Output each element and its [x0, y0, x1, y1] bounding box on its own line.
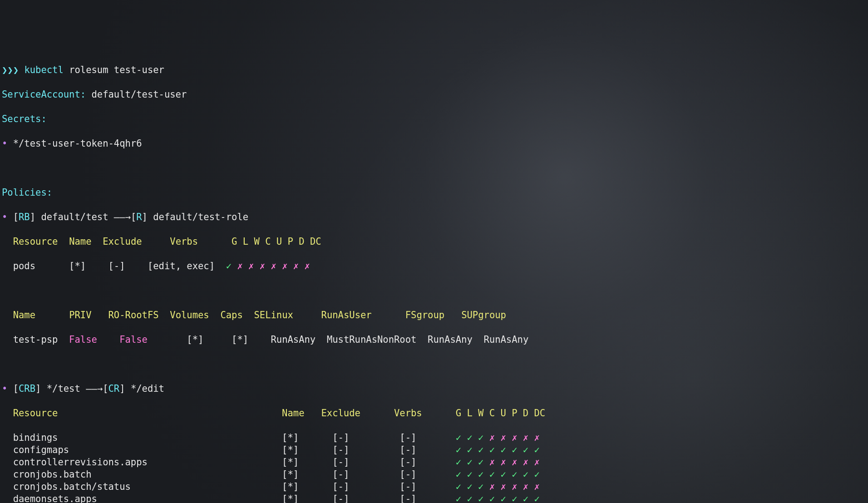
sa-value: default/test-user: [91, 89, 187, 100]
secret-name: */test-user-token-4qhr6: [13, 138, 142, 149]
verbs-table-header: Resource Name Exclude Verbs G L W C U P …: [2, 407, 866, 419]
binding-name: */test: [47, 383, 80, 394]
role-kind: R: [136, 212, 142, 222]
secrets-header: Secrets:: [2, 113, 866, 125]
verbs-table-row: cronjobs.batch [*] [-] [-] ✓ ✓ ✓ ✓ ✓ ✓ ✓…: [2, 468, 866, 481]
service-account-line: ServiceAccount: default/test-user: [2, 89, 866, 101]
verbs-table-row: cronjobs.batch/status [*] [-] [-] ✓ ✓ ✓ …: [2, 481, 866, 493]
bullet-icon: •: [2, 383, 7, 394]
command-name: kubectl: [24, 64, 63, 75]
arrow-icon: ——→: [114, 212, 131, 222]
verbs-table-row: configmaps [*] [-] [-] ✓ ✓ ✓ ✓ ✓ ✓ ✓ ✓: [2, 444, 866, 456]
secrets-label: Secrets:: [2, 113, 47, 124]
role-name: default/test-role: [153, 212, 248, 222]
prompt-arrows-icon: ❯❯❯: [2, 64, 19, 75]
arrow-icon: ——→: [86, 383, 103, 394]
bullet-icon: •: [2, 212, 7, 222]
verbs-table-row: pods [*] [-] [edit, exec] ✓ ✗ ✗ ✗ ✗ ✗ ✗ …: [2, 260, 866, 272]
binding-line: • [RB] default/test ——→[R] default/test-…: [2, 211, 866, 223]
binding-kind: CRB: [19, 383, 35, 394]
command-args: rolesum test-user: [69, 64, 164, 75]
policies-header: Policies:: [2, 187, 866, 199]
psp-table-row: test-psp False False [*] [*] RunAsAny Mu…: [2, 334, 866, 346]
binding-name: default/test: [41, 212, 108, 222]
psp-table-header: Name PRIV RO-RootFS Volumes Caps SELinux…: [2, 309, 866, 321]
verbs-table-row: daemonsets.apps [*] [-] [-] ✓ ✓ ✓ ✓ ✓ ✓ …: [2, 493, 866, 503]
role-kind: CR: [108, 383, 120, 394]
verbs-table-row: bindings [*] [-] [-] ✓ ✓ ✓ ✗ ✗ ✗ ✗ ✗: [2, 432, 866, 444]
role-name: */edit: [131, 383, 164, 394]
sa-label: ServiceAccount:: [2, 89, 86, 100]
prompt-line: ❯❯❯ kubectl rolesum test-user: [2, 64, 866, 76]
binding-line: • [CRB] */test ——→[CR] */edit: [2, 383, 866, 395]
binding-kind: RB: [19, 212, 30, 222]
policies-label: Policies:: [2, 187, 52, 198]
secrets-item: • */test-user-token-4qhr6: [2, 138, 866, 150]
verbs-table-row: controllerrevisions.apps [*] [-] [-] ✓ ✓…: [2, 456, 866, 468]
verbs-table-header: Resource Name Exclude Verbs G L W C U P …: [2, 236, 866, 248]
bullet-icon: •: [2, 138, 7, 149]
terminal-output[interactable]: ❯❯❯ kubectl rolesum test-user ServiceAcc…: [2, 52, 866, 503]
